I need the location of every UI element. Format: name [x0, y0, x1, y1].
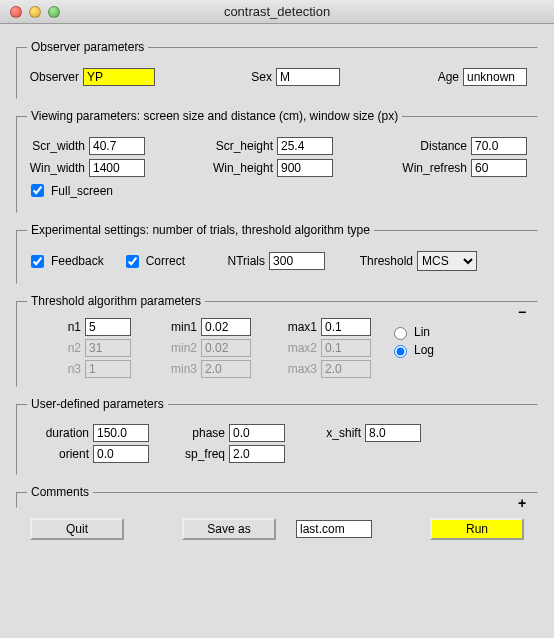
max2-label: max2	[279, 341, 321, 355]
orient-label: orient	[27, 447, 93, 461]
win-height-input[interactable]	[277, 159, 333, 177]
threshold-select[interactable]: MCS	[417, 251, 477, 271]
win-height-label: Win_height	[211, 161, 277, 175]
xshift-label: x_shift	[315, 426, 365, 440]
win-refresh-input[interactable]	[471, 159, 527, 177]
win-refresh-label: Win_refresh	[399, 161, 471, 175]
scr-width-input[interactable]	[89, 137, 145, 155]
scr-height-input[interactable]	[277, 137, 333, 155]
xshift-input[interactable]	[365, 424, 421, 442]
ntrials-label: NTrials	[221, 254, 269, 268]
duration-input[interactable]	[93, 424, 149, 442]
thresh-params-toggle[interactable]: −	[515, 306, 529, 320]
scr-height-label: Scr_height	[211, 139, 277, 153]
experimental-legend: Experimental settings: number of trials,…	[27, 223, 374, 237]
max3-label: max3	[279, 362, 321, 376]
min2-input	[201, 339, 251, 357]
max1-input[interactable]	[321, 318, 371, 336]
n1-label: n1	[51, 320, 85, 334]
phase-input[interactable]	[229, 424, 285, 442]
n1-input[interactable]	[85, 318, 131, 336]
n3-input	[85, 360, 131, 378]
minimize-window-button[interactable]	[29, 6, 41, 18]
distance-input[interactable]	[471, 137, 527, 155]
save-as-button[interactable]: Save as	[182, 518, 276, 540]
full-screen-checkbox[interactable]: Full_screen	[27, 181, 113, 200]
spfreq-input[interactable]	[229, 445, 285, 463]
comments-legend: Comments	[27, 485, 93, 499]
age-label: Age	[433, 70, 463, 84]
sex-label: Sex	[248, 70, 276, 84]
win-width-input[interactable]	[89, 159, 145, 177]
orient-input[interactable]	[93, 445, 149, 463]
thresh-params-group: Threshold algorithm parameters − n1 n2 n…	[16, 294, 538, 387]
full-screen-label: Full_screen	[51, 184, 113, 198]
win-width-label: Win_width	[27, 161, 89, 175]
feedback-checkbox-input[interactable]	[31, 255, 44, 268]
correct-checkbox[interactable]: Correct	[122, 252, 185, 271]
observer-label: Observer	[27, 70, 83, 84]
max2-input	[321, 339, 371, 357]
min3-input	[201, 360, 251, 378]
user-params-group: User-defined parameters duration phase x…	[16, 397, 538, 475]
correct-checkbox-input[interactable]	[126, 255, 139, 268]
button-row: Quit Save as Run	[30, 518, 524, 540]
scr-width-label: Scr_width	[27, 139, 89, 153]
phase-label: phase	[179, 426, 229, 440]
user-params-legend: User-defined parameters	[27, 397, 168, 411]
zoom-window-button[interactable]	[48, 6, 60, 18]
duration-label: duration	[27, 426, 93, 440]
min1-input[interactable]	[201, 318, 251, 336]
min2-label: min2	[161, 341, 201, 355]
window-body: Observer parameters Observer Sex Age Vie…	[0, 24, 554, 638]
filename-input[interactable]	[296, 520, 372, 538]
max3-input	[321, 360, 371, 378]
threshold-label: Threshold	[357, 254, 417, 268]
experimental-group: Experimental settings: number of trials,…	[16, 223, 538, 284]
min1-label: min1	[161, 320, 201, 334]
log-radio-input[interactable]	[394, 345, 407, 358]
sex-input[interactable]	[276, 68, 340, 86]
viewing-group: Viewing parameters: screen size and dist…	[16, 109, 538, 213]
max1-label: max1	[279, 320, 321, 334]
distance-label: Distance	[399, 139, 471, 153]
quit-button[interactable]: Quit	[30, 518, 124, 540]
age-input[interactable]	[463, 68, 527, 86]
close-window-button[interactable]	[10, 6, 22, 18]
window-title: contrast_detection	[0, 4, 554, 19]
ntrials-input[interactable]	[269, 252, 325, 270]
feedback-checkbox[interactable]: Feedback	[27, 252, 104, 271]
observer-legend: Observer parameters	[27, 40, 148, 54]
lin-radio-input[interactable]	[394, 327, 407, 340]
viewing-legend: Viewing parameters: screen size and dist…	[27, 109, 402, 123]
n2-label: n2	[51, 341, 85, 355]
run-button[interactable]: Run	[430, 518, 524, 540]
min3-label: min3	[161, 362, 201, 376]
comments-toggle[interactable]: +	[515, 497, 529, 511]
observer-input[interactable]	[83, 68, 155, 86]
n2-input	[85, 339, 131, 357]
n3-label: n3	[51, 362, 85, 376]
correct-label: Correct	[146, 254, 185, 268]
comments-group: Comments +	[16, 485, 538, 508]
lin-radio[interactable]: Lin	[389, 324, 434, 340]
feedback-label: Feedback	[51, 254, 104, 268]
full-screen-checkbox-input[interactable]	[31, 184, 44, 197]
log-radio[interactable]: Log	[389, 342, 434, 358]
thresh-params-legend: Threshold algorithm parameters	[27, 294, 205, 308]
observer-group: Observer parameters Observer Sex Age	[16, 40, 538, 99]
spfreq-label: sp_freq	[179, 447, 229, 461]
titlebar: contrast_detection	[0, 0, 554, 24]
window-controls	[10, 6, 60, 18]
